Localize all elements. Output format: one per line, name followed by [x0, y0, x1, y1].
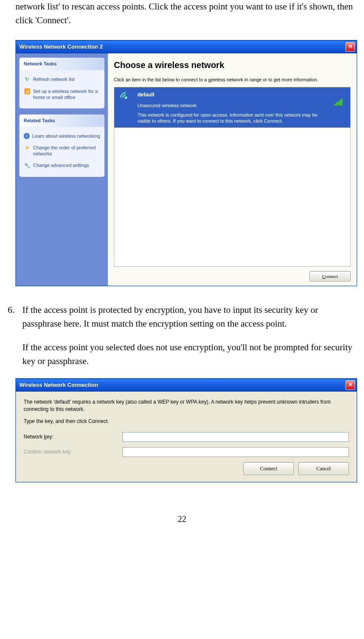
networks-list: default Unsecured wireless network This … [114, 87, 351, 266]
connect-button[interactable]: Connect [309, 271, 351, 282]
confirm-key-label: Confirm network key: [24, 448, 122, 456]
main-heading: Choose a wireless network [114, 59, 351, 71]
sidebar-item-order[interactable]: ★ Change the order of preferred networks [24, 142, 100, 160]
close-icon[interactable] [346, 380, 355, 390]
sidebar-item-advanced[interactable]: 🔧 Change advanced settings [24, 160, 100, 172]
panel-network-tasks: Network Tasks ↻ Refresh network list 📶 S… [19, 58, 104, 108]
star-icon: ★ [24, 145, 31, 151]
network-key-label: Network key: [24, 433, 122, 441]
sidebar-item-label: Change advanced settings [33, 162, 89, 169]
window-title: Wireless Network Connection 2 [19, 43, 346, 51]
antenna-icon: 📶 [24, 88, 31, 95]
panel-header: Related Tasks [19, 114, 104, 127]
main-panel: Choose a wireless network Click an item … [108, 53, 357, 286]
figure-network-key: Wireless Network Connection The network … [15, 378, 356, 482]
titlebar: Wireless Network Connection 2 [16, 40, 357, 53]
signal-strength-icon [334, 99, 343, 105]
refresh-icon: ↻ [24, 76, 31, 83]
step-number: 6. [8, 303, 15, 317]
step-6: 6. If the access point is protected by e… [8, 303, 356, 368]
window-network-key: Wireless Network Connection The network … [15, 378, 357, 482]
confirm-key-input [122, 447, 349, 457]
figure-wireless-list: Wireless Network Connection 2 Network Ta… [15, 40, 356, 286]
window-title: Wireless Network Connection [19, 381, 346, 389]
network-name: default [138, 91, 326, 99]
network-item[interactable]: default Unsecured wireless network This … [114, 87, 350, 128]
network-message: This network is configured for open acce… [138, 112, 326, 124]
main-instruction: Click an item in the list below to conne… [114, 77, 351, 83]
titlebar: Wireless Network Connection [16, 379, 357, 392]
sidebar-item-setup-network[interactable]: 📶 Set up a wireless network for a home o… [24, 86, 100, 104]
panel-header: Network Tasks [19, 58, 104, 70]
sidebar: Network Tasks ↻ Refresh network list 📶 S… [16, 53, 108, 286]
wrench-icon: 🔧 [24, 162, 31, 169]
panel-related-tasks: Related Tasks i Learn about wireless net… [19, 114, 104, 177]
network-key-input[interactable] [122, 432, 349, 442]
sidebar-item-label: Learn about wireless networking [32, 133, 100, 139]
close-icon[interactable] [346, 42, 355, 52]
window-wireless-list: Wireless Network Connection 2 Network Ta… [15, 40, 357, 286]
sidebar-item-learn[interactable]: i Learn about wireless networking [24, 130, 100, 142]
intro-text: network list' to rescan access points. C… [15, 0, 356, 27]
sidebar-item-label: Set up a wireless network for a home or … [33, 88, 100, 101]
network-subtitle: Unsecured wireless network [138, 102, 326, 109]
sidebar-item-refresh[interactable]: ↻ Refresh network list [24, 74, 100, 86]
wifi-icon [120, 92, 132, 104]
info-icon: i [24, 133, 30, 139]
step-paragraph: If the access point you selected does no… [22, 341, 356, 368]
connect-button[interactable]: Connect [243, 462, 294, 475]
cancel-button[interactable]: Cancel [298, 462, 349, 475]
dialog-type-line: Type the key, and then click Connect. [24, 417, 349, 425]
page-number: 22 [8, 512, 356, 525]
sidebar-item-label: Change the order of preferred networks [33, 145, 100, 157]
sidebar-item-label: Refresh network list [33, 76, 75, 83]
step-paragraph: If the access point is protected by encr… [22, 303, 356, 330]
dialog-prompt: The network 'default' requires a network… [24, 398, 349, 413]
